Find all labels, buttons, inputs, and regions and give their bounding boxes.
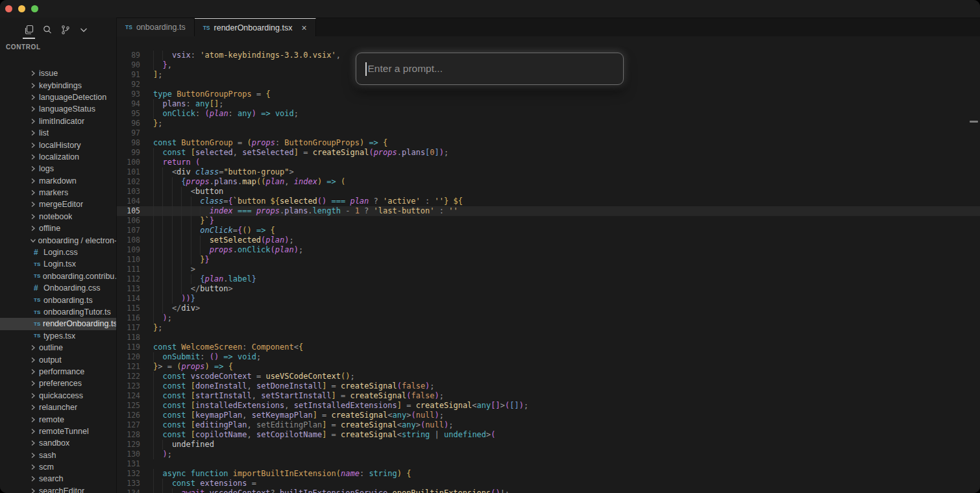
line-number: 99: [117, 148, 153, 158]
code-line-98[interactable]: 98const ButtonGroup = (props: ButtonGrou…: [117, 138, 980, 148]
tree-item-onboarding.contribu-[interactable]: TSonboarding.contribu…: [0, 271, 116, 282]
code-line-129[interactable]: 129undefined: [117, 440, 980, 450]
tree-item-localHistory[interactable]: localHistory: [0, 139, 116, 150]
code-line-110[interactable]: 110}}: [117, 255, 980, 265]
search-icon[interactable]: [42, 25, 53, 36]
tree-item-languageStatus[interactable]: languageStatus: [0, 103, 116, 115]
chevron-down-icon[interactable]: [78, 25, 89, 36]
tree-item-remoteTunnel[interactable]: remoteTunnel: [0, 426, 116, 437]
tree-item-search[interactable]: search: [0, 473, 116, 485]
tree-item-limitIndicator[interactable]: limitIndicator: [0, 115, 116, 127]
code-line-109[interactable]: 109props.onClick(plan);: [117, 245, 980, 255]
tree-item-preferences[interactable]: preferences: [0, 378, 116, 389]
prompt-input[interactable]: Enter a prompt...: [356, 53, 624, 85]
code-line-112[interactable]: 112{plan.label}: [117, 274, 980, 284]
code-line-121[interactable]: 121}> = (props) => {: [117, 362, 980, 372]
code-line-133[interactable]: 133const extensions =: [117, 479, 980, 488]
zoom-window-button[interactable]: [31, 5, 38, 12]
tree-item-searchEditor[interactable]: searchEditor: [0, 485, 116, 493]
code-line-117[interactable]: 117};: [117, 323, 980, 333]
code-line-104[interactable]: 104class={`button ${selected() === plan …: [117, 197, 980, 206]
code-line-94[interactable]: 94plans: any[];: [117, 99, 980, 109]
sidebar-section-label[interactable]: CONTROL: [0, 37, 116, 51]
code-line-115[interactable]: 115</div>: [117, 304, 980, 313]
tree-item-onboardingTutor.ts[interactable]: TSonboardingTutor.ts: [0, 306, 116, 318]
tree-item-output[interactable]: output: [0, 354, 116, 365]
tree-item-label: onboardingTutor.ts: [43, 307, 111, 317]
line-number: 106: [117, 216, 153, 226]
close-window-button[interactable]: [5, 5, 12, 12]
tree-item-relauncher[interactable]: relauncher: [0, 402, 116, 413]
tree-item-logs[interactable]: logs: [0, 163, 116, 174]
tree-item-scm[interactable]: scm: [0, 461, 116, 473]
tab-onboarding.ts[interactable]: TSonboarding.ts: [117, 18, 195, 36]
code-line-131[interactable]: 131: [117, 459, 980, 469]
code-line-103[interactable]: 103<button: [117, 187, 980, 197]
tree-item-onboarding.ts[interactable]: TSonboarding.ts: [0, 294, 116, 306]
code-line-108[interactable]: 108setSelected(plan);: [117, 235, 980, 245]
code-line-114[interactable]: 114))}: [117, 294, 980, 304]
code-line-127[interactable]: 127const [editingPlan, setEditingPlan] =…: [117, 420, 980, 430]
code-line-123[interactable]: 123const [doneInstall, setDoneInstall] =…: [117, 381, 980, 391]
tree-item-renderOnboarding.tsx[interactable]: TSrenderOnboarding.tsx: [0, 318, 116, 330]
tree-item-markdown[interactable]: markdown: [0, 175, 116, 187]
chevron-right-icon: [30, 488, 39, 493]
code-line-122[interactable]: 122const vscodeContext = useVSCodeContex…: [117, 372, 980, 381]
tab-bar: TSonboarding.tsTSrenderOnboarding.tsx×: [117, 18, 980, 36]
tree-item-list[interactable]: list: [0, 127, 116, 139]
tree-item-outline[interactable]: outline: [0, 342, 116, 354]
code-line-128[interactable]: 128const [copilotName, setCopilotName] =…: [117, 430, 980, 440]
code-line-100[interactable]: 100return (: [117, 158, 980, 167]
code-editor[interactable]: 89vsix: 'atom-keybindings-3.3.0.vsix',90…: [117, 36, 980, 493]
tree-item-keybindings[interactable]: keybindings: [0, 79, 116, 91]
tree-item-notebook[interactable]: notebook: [0, 211, 116, 222]
tree-item-sash[interactable]: sash: [0, 450, 116, 461]
tree-item-issue[interactable]: issue: [0, 67, 116, 79]
line-content: };: [153, 323, 162, 333]
code-line-102[interactable]: 102{props.plans.map((plan, index) => (: [117, 177, 980, 187]
tree-item-sandbox[interactable]: sandbox: [0, 437, 116, 449]
code-line-95[interactable]: 95onClick: (plan: any) => void;: [117, 109, 980, 119]
tree-item-types.tsx[interactable]: TStypes.tsx: [0, 330, 116, 342]
tree-item-remote[interactable]: remote: [0, 413, 116, 425]
code-line-124[interactable]: 124const [startInstall, setStartInstall]…: [117, 391, 980, 401]
tree-item-markers[interactable]: markers: [0, 187, 116, 198]
code-line-132[interactable]: 132async function importBuiltInExtension…: [117, 469, 980, 479]
code-line-99[interactable]: 99const [selected, setSelected] = create…: [117, 148, 980, 158]
code-line-107[interactable]: 107onClick={() => {: [117, 226, 980, 235]
tree-item-Login.css[interactable]: #Login.css: [0, 246, 116, 258]
code-line-113[interactable]: 113</button>: [117, 284, 980, 294]
tree-item-performance[interactable]: performance: [0, 366, 116, 378]
code-line-111[interactable]: 111>: [117, 265, 980, 274]
code-line-118[interactable]: 118: [117, 333, 980, 343]
code-line-130[interactable]: 130);: [117, 450, 980, 459]
code-line-125[interactable]: 125const [installedExtensions, setInstal…: [117, 401, 980, 411]
tree-item-offline[interactable]: offline: [0, 222, 116, 234]
tree-item-localization[interactable]: localization: [0, 151, 116, 163]
tab-renderOnboarding.tsx[interactable]: TSrenderOnboarding.tsx×: [195, 18, 316, 36]
tree-item-Onboarding.css[interactable]: #Onboarding.css: [0, 282, 116, 294]
code-line-126[interactable]: 126const [keymapPlan, setKeymapPlan] = c…: [117, 411, 980, 420]
tree-item-languageDetection[interactable]: languageDetection: [0, 91, 116, 103]
tree-item-label: languageStatus: [39, 104, 95, 114]
code-line-101[interactable]: 101<div class="button-group">: [117, 167, 980, 177]
code-line-93[interactable]: 93type ButtonGroupProps = {: [117, 90, 980, 99]
tree-item-mergeEditor[interactable]: mergeEditor: [0, 198, 116, 210]
source-control-icon[interactable]: [60, 25, 71, 36]
code-line-120[interactable]: 120onSubmit: () => void;: [117, 352, 980, 362]
code-line-105[interactable]: 105index === props.plans.length - 1 ? 'l…: [117, 206, 980, 216]
line-number: 114: [117, 294, 153, 304]
code-line-134[interactable]: 134await vscodeContext?.builtInExtension…: [117, 488, 980, 493]
code-line-96[interactable]: 96};: [117, 119, 980, 128]
minimize-window-button[interactable]: [18, 5, 25, 12]
tree-item-label: markdown: [39, 176, 77, 186]
tree-item-Login.tsx[interactable]: TSLogin.tsx: [0, 258, 116, 270]
close-icon[interactable]: ×: [301, 23, 306, 32]
tree-item-onboarding-electron-[interactable]: onboarding / electron-…: [0, 234, 116, 246]
files-icon[interactable]: [23, 25, 34, 36]
tree-item-quickaccess[interactable]: quickaccess: [0, 390, 116, 402]
code-line-106[interactable]: 106}`}: [117, 216, 980, 226]
code-line-116[interactable]: 116);: [117, 313, 980, 323]
code-line-119[interactable]: 119const WelcomeScreen: Component<{: [117, 343, 980, 352]
code-line-97[interactable]: 97: [117, 128, 980, 138]
